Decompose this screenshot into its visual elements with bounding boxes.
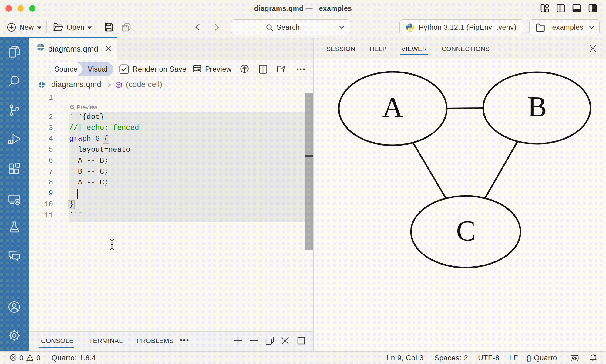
svg-text:A: A — [382, 91, 403, 123]
svg-text:B: B — [527, 90, 547, 123]
svg-text:C: C — [456, 214, 476, 247]
